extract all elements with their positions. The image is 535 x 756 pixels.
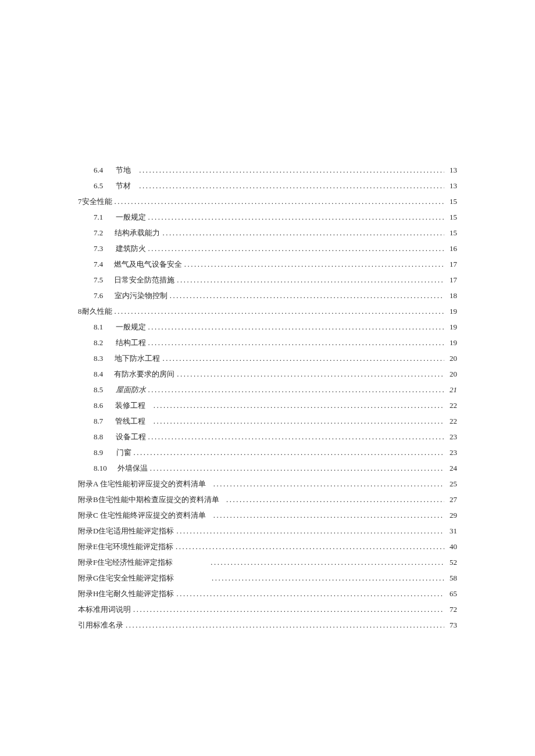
toc-leader-dots — [148, 432, 445, 442]
toc-entry-number: 7.1 — [94, 213, 107, 222]
toc-entry-page: 15 — [447, 197, 457, 206]
toc-leader-dots — [126, 621, 444, 630]
toc-leader-dots — [162, 228, 444, 238]
toc-entry-number: 7.5 — [94, 275, 105, 285]
toc-entry-page: 22 — [447, 417, 457, 426]
toc-entry-title: 附录E住宅环境性能评定指标 — [78, 542, 173, 552]
toc-entry-page: 22 — [447, 401, 457, 410]
toc-entry-title: 附录A 住宅性能初评应提交的资料清单 — [78, 479, 206, 489]
toc-leader-dots — [176, 542, 444, 551]
toc-entry: 7.1一般规定15 — [78, 212, 457, 228]
toc-entry: 8.2结构工程19 — [78, 338, 457, 353]
toc-entry-title: 门窗 — [116, 447, 131, 458]
toc-entry-number: 8.6 — [94, 401, 106, 410]
toc-entry-title: 附录F住宅经济性能评定指标 — [78, 557, 173, 568]
toc-leader-dots — [170, 291, 444, 300]
toc-entry-number: 8.7 — [94, 417, 106, 426]
toc-entry: 7.3建筑防火16 — [78, 243, 457, 259]
toc-entry-number: 7.4 — [94, 260, 105, 269]
toc-entry-title: 附录G住宅安全性能评定指标 — [78, 573, 174, 583]
toc-entry-title: 管线工程 — [115, 416, 145, 427]
toc-entry-title: 结构工程 — [116, 338, 146, 348]
toc-entry-page: 65 — [447, 589, 457, 599]
toc-entry-title: 附录B住宅性能中期检查应提交的资料清单 — [78, 495, 219, 505]
toc-entry-page: 13 — [447, 166, 457, 175]
toc-leader-dots — [213, 511, 444, 520]
toc-entry-page: 17 — [447, 275, 457, 285]
toc-entry-page: 29 — [447, 511, 457, 520]
toc-entry-page: 31 — [447, 526, 457, 536]
toc-leader-dots — [148, 385, 445, 395]
toc-entry: 7.4燃气及电气设备安全17 — [78, 259, 457, 275]
toc-entry: 本标准用词说明72 — [78, 604, 457, 620]
toc-entry-page: 15 — [447, 228, 457, 238]
toc-entry: 7.2结构承载能力15 — [78, 228, 457, 243]
toc-entry-number: 7.3 — [94, 244, 107, 253]
toc-entry-title: 装修工程 — [115, 400, 145, 411]
toc-entry-title: 一般规定 — [116, 212, 146, 223]
toc-entry-number: 8.2 — [94, 338, 107, 347]
toc-entry-title: 7安全性能 — [78, 196, 112, 207]
toc-entry-page: 24 — [447, 464, 457, 473]
toc-leader-dots — [148, 323, 445, 332]
toc-leader-dots — [134, 448, 444, 457]
toc-entry-title: 附录D住宅适用性能评定指标 — [78, 526, 174, 536]
toc-leader-dots — [211, 558, 444, 567]
toc-entry-number: 6.4 — [94, 166, 107, 175]
toc-entry-page: 23 — [447, 448, 457, 457]
toc-entry: 8.5屋面防水21 — [78, 385, 457, 400]
toc-entry-page: 20 — [447, 354, 457, 363]
toc-entry: 附录F住宅经济性能评定指标52 — [78, 557, 457, 573]
toc-entry-title: 屋面防水 — [116, 385, 146, 395]
toc-entry-page: 17 — [447, 260, 457, 269]
toc-entry-page: 16 — [447, 244, 457, 253]
toc-entry: 7.5日常安全防范措施17 — [78, 275, 457, 291]
toc-entry-page: 15 — [447, 213, 457, 222]
toc-entry: 附录E住宅环境性能评定指标40 — [78, 542, 457, 557]
toc-entry: 7安全性能15 — [78, 196, 457, 212]
toc-entry-title: 节材 — [116, 181, 131, 191]
toc-leader-dots — [154, 401, 444, 410]
toc-entry: 8.9门窗23 — [78, 447, 457, 463]
toc-entry-title: 结构承载能力 — [115, 228, 160, 238]
toc-entry-number: 8.4 — [94, 370, 105, 379]
toc-entry: 8.6装修工程22 — [78, 400, 457, 416]
toc-entry: 附录G住宅安全性能评定指标58 — [78, 573, 457, 589]
toc-entry-page: 19 — [447, 307, 457, 316]
page: 6.4节地136.5节材137安全性能157.1一般规定157.2结构承载能力1… — [0, 0, 535, 756]
toc-leader-dots — [162, 354, 444, 363]
toc-entry-number: 6.5 — [94, 181, 107, 191]
toc-entry: 8.3地下防水工程20 — [78, 353, 457, 369]
toc-entry-page: 13 — [447, 181, 457, 191]
toc-entry-title: 建筑防火 — [116, 243, 146, 254]
toc-entry-number: 7.2 — [94, 228, 106, 238]
toc-entry: 6.5节材13 — [78, 181, 457, 196]
toc-entry: 附录C 住宅性能终评应提交的资料清单29 — [78, 510, 457, 526]
toc-leader-dots — [226, 495, 444, 504]
toc-leader-dots — [139, 166, 444, 175]
toc-entry-page: 18 — [447, 291, 457, 300]
toc-entry-page: 20 — [447, 370, 457, 379]
toc-entry-number: 8.3 — [94, 354, 106, 363]
toc-entry: 8.10外墙保温24 — [78, 463, 457, 479]
toc-entry-title: 室内污染物控制 — [115, 291, 167, 301]
toc-leader-dots — [150, 464, 444, 473]
toc-leader-dots — [213, 479, 444, 489]
toc-entry-page: 23 — [447, 432, 457, 442]
toc-entry: 8.1一般规定19 — [78, 322, 457, 338]
toc-entry-title: 节地 — [116, 165, 131, 175]
toc-entry-page: 27 — [447, 495, 457, 504]
toc-entry-title: 附录C 住宅性能终评应提交的资料清单 — [78, 510, 206, 521]
toc-entry-title: 设备工程 — [116, 432, 146, 442]
toc-leader-dots — [115, 307, 445, 316]
toc-entry-number: 8.5 — [94, 385, 107, 395]
toc-entry-page: 72 — [447, 605, 457, 614]
toc-entry-number: 7.6 — [94, 291, 106, 300]
toc-leader-dots — [176, 526, 444, 536]
toc-entry: 引用标准名录73 — [78, 620, 457, 636]
toc-entry-title: 外墙保温 — [117, 463, 148, 474]
toc-entry: 附录H住宅耐久性能评定指标65 — [78, 589, 457, 604]
toc-leader-dots — [177, 275, 444, 285]
toc-entry: 附录B住宅性能中期检查应提交的资料清单27 — [78, 495, 457, 510]
toc-entry-page: 19 — [447, 338, 457, 347]
